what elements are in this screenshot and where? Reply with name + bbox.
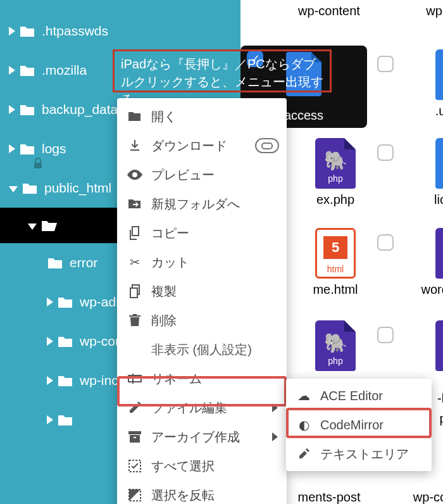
annotation-callout: iPadなら『長押し』／PCならダブルクリックすると、メニュー出現する bbox=[113, 49, 332, 92]
menu-label: プレビュー bbox=[151, 167, 215, 184]
menu-file-edit[interactable]: ファイル編集 bbox=[117, 393, 287, 422]
menu-rename[interactable]: リネーム bbox=[117, 364, 287, 393]
submenu-ace-editor[interactable]: ☁ ACE Editor bbox=[286, 381, 432, 410]
file-name: .user.in bbox=[405, 104, 443, 118]
pencil-icon bbox=[295, 448, 313, 460]
submenu-label: CodeMirror bbox=[320, 418, 384, 432]
folder-icon bbox=[57, 413, 73, 427]
pencil-icon bbox=[126, 401, 144, 414]
expand-icon bbox=[9, 105, 15, 114]
checkbox[interactable] bbox=[377, 56, 394, 72]
menu-label: 複製 bbox=[151, 283, 177, 300]
trash-icon bbox=[126, 314, 144, 327]
folder-arrow-icon bbox=[126, 198, 144, 210]
cloud-icon: ☁ bbox=[295, 388, 313, 403]
expand-icon bbox=[47, 298, 53, 306]
file-cell[interactable]: wp-content bbox=[278, 0, 380, 18]
folder-icon bbox=[19, 63, 35, 77]
folder-open-icon bbox=[126, 111, 144, 122]
file-cell[interactable]: wp-config-s bbox=[395, 486, 443, 504]
submenu-codemirror[interactable]: ◐ CodeMirror bbox=[286, 410, 432, 439]
file-cell[interactable]: wp-inclu bbox=[399, 0, 443, 18]
php-file-icon: 🐘php bbox=[435, 228, 443, 279]
menu-cut[interactable]: ✂ カット bbox=[117, 248, 287, 277]
menu-archive[interactable]: アーカイブ作成 bbox=[117, 422, 287, 451]
file-cell[interactable]: 🐘php bbox=[405, 320, 443, 371]
menu-label: 削除 bbox=[151, 312, 177, 329]
file-name: wp-content bbox=[278, 4, 380, 18]
expand-icon bbox=[9, 27, 15, 35]
rename-icon bbox=[126, 374, 144, 384]
menu-label: コピー bbox=[151, 225, 189, 242]
file-cell[interactable]: txt .user.in bbox=[405, 49, 443, 118]
menu-label: 新規フォルダへ bbox=[151, 196, 240, 213]
file-name: -h bbox=[430, 391, 443, 406]
file-cell[interactable]: txt license. bbox=[405, 138, 443, 207]
file-cell[interactable]: -h bbox=[430, 387, 443, 406]
file-cell[interactable]: 🐘php bbox=[285, 320, 386, 371]
folder-icon bbox=[19, 24, 35, 38]
menu-open[interactable]: 開く bbox=[117, 102, 287, 131]
menu-label: リネーム bbox=[151, 370, 202, 387]
folder-icon bbox=[19, 103, 35, 117]
file-name: ex.php bbox=[285, 192, 386, 207]
menu-copy[interactable]: コピー bbox=[117, 218, 287, 248]
menu-to-new-folder[interactable]: 新規フォルダへ bbox=[117, 189, 287, 218]
php-file-icon: 🐘php bbox=[435, 320, 443, 371]
file-name: wp-config-s bbox=[395, 490, 443, 504]
expand-icon bbox=[47, 337, 53, 346]
eye-icon bbox=[126, 170, 144, 180]
menu-invert-selection[interactable]: 選択を反転 bbox=[117, 481, 287, 504]
file-cell[interactable]: 🐘php wordfence-v bbox=[405, 228, 443, 297]
checkbox[interactable] bbox=[377, 327, 394, 343]
file-cell[interactable]: 🐘php ex.php bbox=[285, 138, 386, 207]
link-icon[interactable] bbox=[255, 138, 279, 153]
file-name: license. bbox=[405, 192, 443, 207]
checkbox[interactable] bbox=[377, 144, 394, 161]
checkbox[interactable] bbox=[377, 234, 394, 251]
file-cell[interactable]: p bbox=[437, 408, 443, 426]
tree-item-htpasswds[interactable]: .htpasswds bbox=[0, 11, 240, 51]
download-icon bbox=[126, 139, 144, 152]
menu-download[interactable]: ダウンロード bbox=[117, 131, 287, 160]
menu-duplicate[interactable]: 複製 bbox=[117, 277, 287, 306]
folder-icon bbox=[47, 256, 63, 270]
menu-select-all[interactable]: すべて選択 bbox=[117, 451, 287, 481]
tree-label: .mozilla bbox=[42, 63, 87, 78]
html-file-icon: 5html bbox=[315, 228, 356, 279]
file-cell[interactable]: 5html me.html bbox=[285, 228, 386, 297]
select-all-icon bbox=[126, 460, 144, 472]
tree-label: logs bbox=[42, 141, 66, 156]
menu-label: ダウンロード bbox=[151, 137, 227, 154]
txt-file-icon: txt bbox=[435, 138, 443, 189]
submenu-label: テキストエリア bbox=[320, 446, 409, 463]
folder-icon bbox=[22, 181, 38, 195]
tree-label: public_html bbox=[44, 180, 111, 196]
folder-open-icon bbox=[41, 218, 58, 232]
file-edit-submenu: ☁ ACE Editor ◐ CodeMirror テキストエリア bbox=[286, 379, 432, 471]
expand-icon bbox=[47, 376, 53, 385]
context-menu: 開く ダウンロード プレビュー 新規フォルダへ コピー ✂ カット 複製 削除 … bbox=[117, 98, 287, 504]
file-cell[interactable]: ments-post bbox=[278, 486, 380, 504]
submenu-textarea[interactable]: テキストエリア bbox=[286, 439, 432, 469]
file-name: wp-inclu bbox=[399, 4, 443, 18]
expand-icon bbox=[9, 66, 15, 75]
expand-icon bbox=[9, 144, 15, 153]
folder-icon bbox=[57, 374, 73, 387]
invert-selection-icon bbox=[126, 489, 144, 501]
menu-hide[interactable]: 非表示 (個人設定) bbox=[117, 335, 287, 364]
tree-label: .htpasswds bbox=[42, 23, 108, 39]
php-file-icon: 🐘php bbox=[315, 320, 356, 371]
menu-label: アーカイブ作成 bbox=[151, 429, 240, 446]
menu-preview[interactable]: プレビュー bbox=[117, 160, 287, 189]
collapse-icon bbox=[28, 224, 37, 230]
folder-icon bbox=[19, 142, 35, 156]
menu-delete[interactable]: 削除 bbox=[117, 306, 287, 335]
file-name: wordfence-v bbox=[405, 282, 443, 297]
folder-icon bbox=[57, 295, 73, 309]
menu-label: ファイル編集 bbox=[151, 400, 227, 417]
collapse-icon bbox=[9, 186, 18, 192]
txt-file-icon: txt bbox=[435, 49, 443, 100]
submenu-arrow-icon bbox=[272, 403, 278, 412]
expand-icon bbox=[47, 415, 53, 424]
